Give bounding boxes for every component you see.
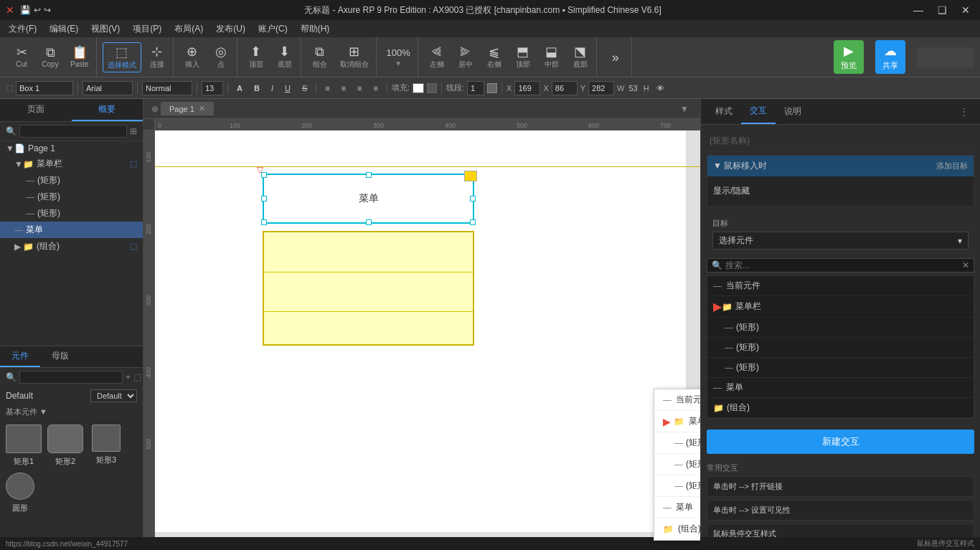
comp-tab-elements[interactable]: 元件	[0, 346, 40, 367]
canvas-content[interactable]: 100 200 300 400 500 ▽	[143, 131, 700, 550]
italic-btn[interactable]: I	[267, 81, 278, 95]
underline-btn[interactable]: U	[281, 81, 295, 95]
menu-item-项目(P)[interactable]: 项目(P)	[127, 22, 167, 37]
elem-search-input[interactable]	[725, 260, 959, 270]
menu-item-发布(U)[interactable]: 发布(U)	[210, 22, 251, 37]
menu-item-布局(A)[interactable]: 布局(A)	[169, 22, 209, 37]
elem-rect3[interactable]: — (矩形)	[707, 358, 974, 378]
filter-clear-icon[interactable]: ✕	[962, 260, 969, 270]
align-left-btn[interactable]: ⫷ 左侧	[424, 44, 450, 71]
dropdown-group[interactable]: 📁 (组合)	[654, 518, 700, 540]
handle-br[interactable]	[470, 219, 476, 225]
right-tab-desc[interactable]: 说明	[776, 100, 810, 123]
tree-menu[interactable]: — 菜单	[0, 222, 143, 238]
tree-rect2[interactable]: — (矩形)	[0, 189, 143, 205]
point-btn[interactable]: ◎ 点	[208, 44, 234, 71]
comp-item-rect1[interactable]: 矩形1	[6, 425, 42, 467]
preview-btn[interactable]: ▶ 预览	[834, 40, 864, 74]
dropdown-menu[interactable]: — 菜单	[654, 497, 700, 518]
align-center-text-btn[interactable]: ≡	[337, 81, 350, 95]
handle-tc[interactable]	[366, 172, 372, 178]
top-layer-btn[interactable]: ⬆ 顶层	[243, 44, 269, 71]
redo-icon[interactable]: ↪	[44, 5, 51, 15]
mouse-enter-header[interactable]: ▼ 鼠标移入时 添加目标	[707, 156, 974, 176]
elem-group[interactable]: 📁 (组合)	[707, 398, 974, 418]
bottom-layer-btn[interactable]: ⬇ 底层	[272, 44, 298, 71]
cut-btn[interactable]: ✂ Cut	[9, 44, 34, 70]
handle-ml[interactable]	[261, 196, 267, 201]
comp-item-rect2[interactable]: 矩形2	[47, 425, 83, 467]
align-right-btn[interactable]: ⫹ 右侧	[481, 44, 507, 71]
fill-color-swatch[interactable]	[413, 83, 424, 93]
font-family-input[interactable]	[83, 81, 133, 95]
strikethrough-btn[interactable]: S	[298, 81, 311, 95]
interaction-link-1[interactable]: 单击时 --> 打开链接	[707, 476, 974, 497]
select-element-btn[interactable]: 选择元件 ▾	[712, 232, 969, 250]
tab-outline[interactable]: 概要	[72, 99, 143, 121]
close-tab-icon[interactable]: ✕	[199, 104, 205, 113]
menu-item-视图(V)[interactable]: 视图(V)	[85, 22, 126, 37]
ungroup-btn[interactable]: ⊞ 取消组合	[336, 44, 373, 71]
page1-tab[interactable]: Page 1 ✕	[161, 102, 214, 115]
right-panel-menu-btn[interactable]: ⋮	[954, 101, 974, 123]
canvas-page-area[interactable]: ▽ ⚡ 菜单	[155, 131, 700, 550]
elem-menu[interactable]: — 菜单	[707, 378, 974, 398]
tree-rect3[interactable]: — (矩形)	[0, 205, 143, 222]
filter-icon[interactable]: ⊞	[130, 126, 137, 136]
align-right-text-btn[interactable]: ≡	[353, 81, 366, 95]
handle-mr[interactable]	[470, 196, 476, 201]
tree-page1[interactable]: ▼ 📄 Page 1	[0, 141, 143, 156]
align-bottom-btn[interactable]: ⬔ 底部	[567, 44, 593, 71]
undo-icon[interactable]: ↩	[34, 5, 41, 15]
right-tab-style[interactable]: 样式	[707, 100, 741, 123]
align-center-btn[interactable]: ⫸ 居中	[453, 44, 479, 71]
main-widget[interactable]: ▽ ⚡ 菜单	[263, 174, 474, 224]
bold-b-btn[interactable]: B	[250, 81, 264, 95]
menu-item-帮助(H)[interactable]: 帮助(H)	[295, 22, 336, 37]
connect-btn[interactable]: ⊹ 连接	[144, 44, 170, 71]
y-input[interactable]	[552, 81, 578, 95]
comp-search-input[interactable]	[19, 371, 123, 384]
dropdown-menubar[interactable]: ▶ 📁 菜单栏	[654, 411, 700, 432]
handle-bl[interactable]	[261, 219, 267, 225]
interaction-link-2[interactable]: 单击时 --> 设置可见性	[707, 500, 974, 521]
insert-btn[interactable]: ⊕ 插入	[179, 44, 205, 71]
more-btn[interactable]: »	[603, 49, 628, 65]
elem-menubar[interactable]: ▶ 📁 菜单栏	[707, 296, 974, 318]
close-btn[interactable]: ✕	[957, 3, 974, 17]
align-mid-btn[interactable]: ⬓ 中部	[539, 44, 565, 71]
dropdown-rect3[interactable]: — (矩形)	[654, 475, 700, 497]
widget-name-input[interactable]	[16, 81, 73, 95]
new-interaction-btn[interactable]: 新建交互	[707, 430, 974, 454]
dropdown-rect2[interactable]: — (矩形)	[654, 454, 700, 475]
comp-view-icon[interactable]: ⬚	[133, 372, 141, 382]
tree-group[interactable]: ▶ 📁 (组合) ⬚	[0, 238, 143, 255]
visibility-btn[interactable]: 👁	[652, 81, 669, 95]
stroke-width-input[interactable]	[467, 81, 484, 95]
x-input[interactable]	[514, 81, 540, 95]
font-style-input[interactable]	[142, 81, 192, 95]
maximize-btn[interactable]: ❑	[933, 3, 951, 17]
tree-menubar[interactable]: ▼ 📁 菜单栏 ⬚	[0, 156, 143, 172]
menu-item-文件(F)[interactable]: 文件(F)	[3, 22, 42, 37]
outline-search-input[interactable]	[19, 125, 127, 138]
menu-item-账户(C)[interactable]: 账户(C)	[253, 22, 293, 37]
elem-rect1[interactable]: — (矩形)	[707, 318, 974, 338]
font-size-input[interactable]	[202, 81, 223, 95]
comp-library-select[interactable]: Default	[90, 389, 137, 402]
comp-add-icon[interactable]: +	[126, 372, 131, 382]
copy-btn[interactable]: ⧉ Copy	[37, 44, 63, 70]
dropdown-current-element[interactable]: — 当前元件	[654, 389, 700, 411]
add-target-btn[interactable]: 添加目标	[936, 161, 968, 171]
group-btn[interactable]: ⧉ 组合	[307, 44, 333, 71]
dropdown-rect1[interactable]: — (矩形)	[654, 432, 700, 454]
select-mode-btn[interactable]: ⬚ 选择模式	[103, 42, 141, 72]
bold-btn[interactable]: A	[232, 81, 247, 95]
elem-rect2[interactable]: — (矩形)	[707, 338, 974, 358]
align-top-btn[interactable]: ⬒ 顶部	[510, 44, 536, 71]
comp-item-rect3[interactable]: 矩形3	[92, 425, 121, 467]
right-tab-interact[interactable]: 交互	[741, 99, 776, 124]
elem-current[interactable]: — 当前元件	[707, 276, 974, 296]
fill-color-swatch2[interactable]	[427, 83, 437, 93]
handle-tl[interactable]	[261, 172, 267, 178]
